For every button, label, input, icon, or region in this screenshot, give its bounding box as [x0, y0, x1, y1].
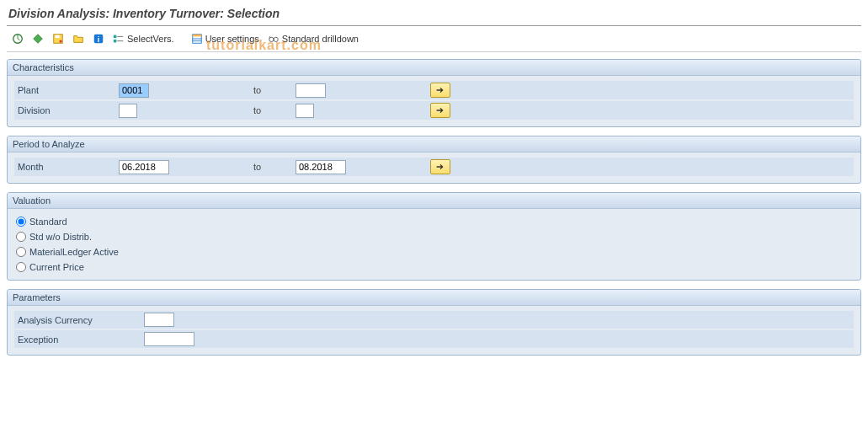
execute-button[interactable] [8, 31, 27, 46]
radio-label: MaterialLedger Active [29, 247, 119, 257]
svg-rect-14 [192, 35, 201, 37]
svg-line-2 [18, 39, 20, 40]
usersettings-label: User settings [205, 34, 259, 44]
arrow-right-icon [434, 104, 446, 116]
period-group: Period to Analyze Month to [7, 136, 861, 184]
plant-to-input[interactable] [296, 83, 326, 98]
folder-icon [72, 33, 84, 45]
month-row: Month to [14, 158, 854, 176]
plant-row: Plant to [14, 81, 854, 99]
plant-multiselect-button[interactable] [430, 83, 450, 98]
radio-label: Standard [29, 217, 67, 227]
radio-input[interactable] [16, 232, 26, 242]
division-from-input[interactable] [119, 104, 137, 118]
arrow-right-icon [434, 161, 446, 173]
svg-rect-10 [114, 40, 117, 43]
radio-input[interactable] [16, 247, 26, 257]
exception-row: Exception [14, 330, 854, 348]
svg-marker-3 [34, 35, 43, 44]
usersettings-button[interactable]: User settings [188, 31, 263, 46]
analysis-currency-input[interactable] [144, 313, 174, 327]
month-to-input[interactable] [296, 160, 346, 174]
folder-button[interactable] [69, 31, 88, 46]
save-icon [52, 33, 64, 45]
info-icon: i [93, 33, 104, 45]
division-label: Division [18, 105, 119, 115]
parameters-group: Parameters Analysis Currency Exception [7, 289, 861, 356]
valuation-current-radio[interactable]: Current Price [14, 259, 854, 275]
svg-rect-5 [56, 35, 60, 39]
analysis-currency-label: Analysis Currency [18, 315, 144, 325]
valuation-group: Valuation Standard Std w/o Distrib. Mate… [7, 192, 861, 281]
exception-label: Exception [18, 334, 144, 345]
save-button[interactable] [49, 31, 67, 46]
svg-point-18 [274, 37, 278, 41]
month-multiselect-button[interactable] [430, 159, 450, 174]
characteristics-group: Characteristics Plant to Division to [7, 59, 861, 127]
svg-rect-9 [114, 35, 117, 39]
table-icon [191, 33, 203, 45]
radio-label: Current Price [29, 262, 84, 272]
svg-text:i: i [98, 35, 99, 44]
valuation-stdwo-radio[interactable]: Std w/o Distrib. [14, 229, 854, 244]
exception-input[interactable] [144, 332, 194, 346]
diamond-button[interactable] [29, 31, 47, 46]
glasses-icon [268, 33, 280, 45]
month-from-input[interactable] [119, 160, 169, 174]
to-label: to [253, 85, 296, 95]
valuation-mlactive-radio[interactable]: MaterialLedger Active [14, 244, 854, 259]
radio-input[interactable] [16, 262, 26, 272]
arrow-right-icon [434, 84, 446, 96]
valuation-standard-radio[interactable]: Standard [14, 214, 854, 229]
page-title: Division Analysis: Inventory Turnover: S… [7, 3, 861, 26]
analysis-currency-row: Analysis Currency [14, 311, 854, 329]
period-title: Period to Analyze [8, 136, 860, 152]
to-label: to [253, 162, 296, 172]
to-label: to [253, 105, 296, 115]
selectvers-label: SelectVers. [127, 34, 174, 44]
stddrilldown-label: Standard drilldown [282, 34, 359, 44]
svg-point-17 [269, 37, 274, 41]
radio-label: Std w/o Distrib. [29, 232, 92, 242]
toolbar: i SelectVers. User settings Standard dri… [7, 28, 861, 52]
parameters-title: Parameters [8, 290, 860, 306]
info-button[interactable]: i [89, 31, 108, 46]
division-row: Division to [14, 101, 854, 120]
plant-from-input[interactable] [119, 83, 149, 98]
selectvers-icon [113, 33, 125, 45]
radio-input[interactable] [16, 217, 26, 227]
stddrilldown-button[interactable]: Standard drilldown [264, 31, 362, 46]
division-to-input[interactable] [296, 104, 314, 118]
svg-rect-6 [60, 40, 62, 43]
characteristics-title: Characteristics [8, 60, 860, 76]
month-label: Month [18, 162, 119, 172]
execute-icon [12, 33, 24, 45]
division-multiselect-button[interactable] [430, 103, 450, 118]
plant-label: Plant [18, 85, 119, 95]
diamond-icon [32, 33, 44, 45]
selectvers-button[interactable]: SelectVers. [109, 31, 178, 46]
valuation-title: Valuation [8, 193, 860, 209]
